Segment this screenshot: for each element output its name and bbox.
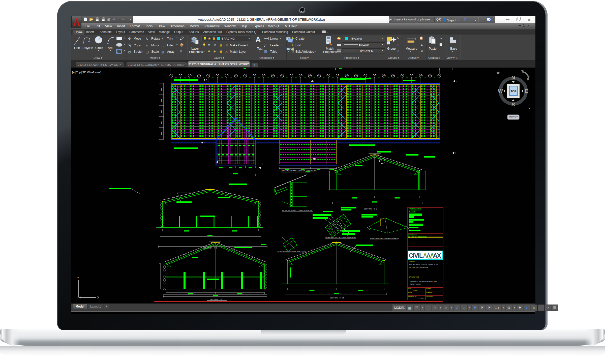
svg-text:NO DATE: NO DATE — [408, 236, 414, 238]
svg-text:MILARCHED SPLICE CONNECTION D: MILARCHED SPLICE CONNECTION DETAIL — [325, 237, 356, 238]
svg-text:DATE: DATE — [408, 291, 412, 293]
svg-text:SECTION -: R- R: SECTION -: R- R — [330, 297, 344, 299]
svg-text:GENERAL ARRANGEMENT OF: GENERAL ARRANGEMENT OF — [410, 280, 437, 283]
svg-text:DESCRIPTION: DESCRIPTION — [418, 236, 427, 238]
svg-text:21: 21 — [355, 75, 357, 77]
svg-text:30: 30 — [438, 75, 440, 77]
svg-text:[−][Top][2D Wireframe]: [−][Top][2D Wireframe] — [72, 71, 101, 74]
svg-text:Z: Z — [262, 163, 263, 165]
svg-text:5: 5 — [208, 75, 209, 77]
svg-text:14: 14 — [290, 75, 292, 77]
svg-text:AX: AX — [433, 252, 441, 259]
svg-text:1: 1 — [171, 75, 172, 77]
svg-text:W: W — [498, 88, 503, 94]
svg-text:28: 28 — [420, 75, 422, 77]
svg-text:22: 22 — [365, 75, 367, 77]
svg-text:R: R — [206, 79, 207, 81]
svg-text:J1223/2: J1223/2 — [417, 297, 425, 300]
svg-text:13: 13 — [281, 75, 283, 77]
svg-text:12: 12 — [272, 75, 274, 77]
svg-text:SECTION -: Y- Y: SECTION -: Y- Y — [210, 298, 224, 300]
svg-text:R: R — [204, 142, 205, 144]
svg-text:3: 3 — [189, 75, 190, 77]
svg-text:PROJECT: PROJECT — [409, 260, 415, 262]
svg-text:2: 2 — [180, 75, 181, 77]
svg-text:MILARCHED EAVES CONNECTION DE: MILARCHED EAVES CONNECTION DETAIL — [282, 210, 313, 211]
svg-text:9: 9 — [245, 75, 246, 77]
svg-text:20: 20 — [346, 75, 348, 77]
svg-text:18: 18 — [327, 75, 329, 77]
svg-text:6: 6 — [217, 75, 218, 77]
svg-text:16: 16 — [309, 75, 311, 77]
svg-text:DRAWN: DRAWN — [426, 288, 431, 289]
svg-text:25: 25 — [392, 75, 394, 77]
svg-text:MILARCHED APEX CONNECTION DETA: MILARCHED APEX CONNECTION DETAIL — [370, 237, 400, 239]
svg-text:NOTES:: NOTES: — [409, 210, 415, 213]
svg-text:S: S — [511, 102, 515, 107]
svg-text:FABRICATION: FABRICATION — [409, 208, 421, 210]
svg-text:1:150: 1:150 — [413, 289, 417, 291]
svg-text:TOP: TOP — [511, 90, 516, 93]
svg-text:24: 24 — [383, 75, 385, 77]
svg-text:MUSHUBI - RWANDA.: MUSHUBI - RWANDA. — [409, 266, 428, 268]
svg-text:17: 17 — [318, 75, 320, 77]
svg-text:PROPOSED TEA FACTORY FOR: PROPOSED TEA FACTORY FOR — [409, 263, 438, 266]
svg-text:7: 7 — [226, 75, 227, 77]
svg-text:8: 8 — [235, 75, 236, 77]
svg-text:STEELWORK.: STEELWORK. — [410, 283, 422, 285]
svg-text:11: 11 — [263, 75, 264, 77]
svg-text:Y: Y — [456, 80, 457, 82]
svg-text:E: E — [525, 88, 528, 94]
svg-text:19: 19 — [337, 75, 339, 77]
svg-text:15: 15 — [300, 75, 302, 77]
svg-text:Y: Y — [455, 152, 456, 154]
svg-text:MILARCHED CONNECTION DETAIL @: MILARCHED CONNECTION DETAIL @ W — [277, 251, 306, 253]
svg-text:SECTION -: Z- Z: SECTION -: Z- Z — [364, 208, 377, 210]
svg-text:SCALE: SCALE — [408, 288, 413, 289]
svg-text:CIVIL: CIVIL — [409, 252, 423, 259]
svg-text:23: 23 — [374, 75, 376, 77]
svg-text:DRAWING No.: DRAWING No. — [408, 296, 417, 297]
svg-text:BY: BY — [415, 236, 417, 238]
svg-text:GENERAL ARRANGEMENT OF STEE: GENERAL ARRANGEMENT OF STEELWORK. — [281, 170, 317, 172]
svg-text:APPROVED: APPROVED — [426, 296, 433, 297]
svg-text:X: X — [313, 80, 315, 82]
svg-text:4: 4 — [198, 75, 199, 77]
svg-text:X: X — [97, 296, 99, 299]
svg-text:ENGINEER'S KNOWLEDGE BASE: ENGINEER'S KNOWLEDGE BASE — [428, 258, 442, 259]
svg-text:N: N — [511, 75, 515, 80]
svg-text:DRAWING TITLE: DRAWING TITLE — [409, 276, 419, 278]
svg-text:Y: Y — [77, 276, 79, 279]
svg-text:29: 29 — [429, 75, 431, 77]
svg-text:WCS: WCS — [509, 116, 516, 119]
svg-text:26: 26 — [401, 75, 403, 77]
svg-text:10: 10 — [254, 75, 256, 77]
svg-text:REVISIONS: REVISIONS — [408, 234, 417, 236]
svg-text:27: 27 — [411, 75, 413, 77]
svg-text:CHECKED: CHECKED — [426, 291, 433, 293]
